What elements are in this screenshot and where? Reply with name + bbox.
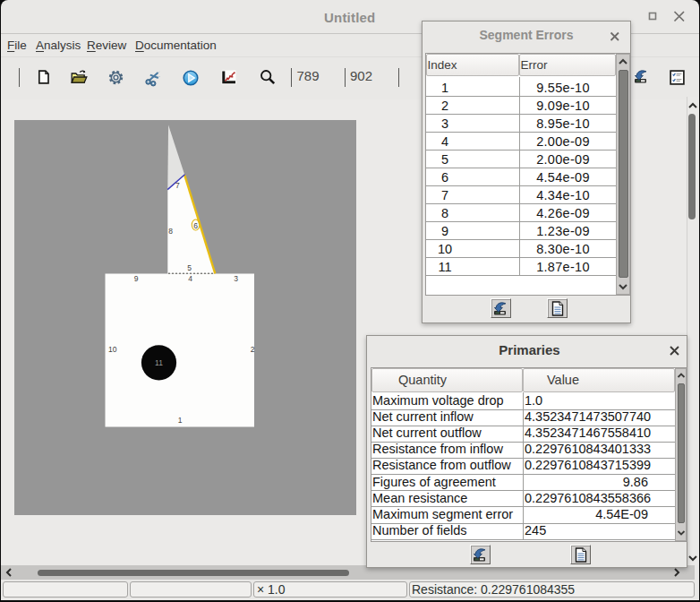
svg-text:2: 2	[251, 345, 255, 354]
svg-text:7: 7	[175, 181, 180, 190]
svg-text:6: 6	[193, 221, 198, 230]
svg-text:3: 3	[234, 274, 238, 283]
svg-text:5: 5	[187, 263, 192, 272]
svg-text:4: 4	[188, 274, 192, 283]
svg-text:10: 10	[108, 345, 117, 354]
svg-text:11: 11	[155, 358, 163, 367]
svg-text:1: 1	[178, 416, 183, 425]
svg-text:8: 8	[168, 227, 173, 236]
svg-text:9: 9	[134, 274, 139, 283]
